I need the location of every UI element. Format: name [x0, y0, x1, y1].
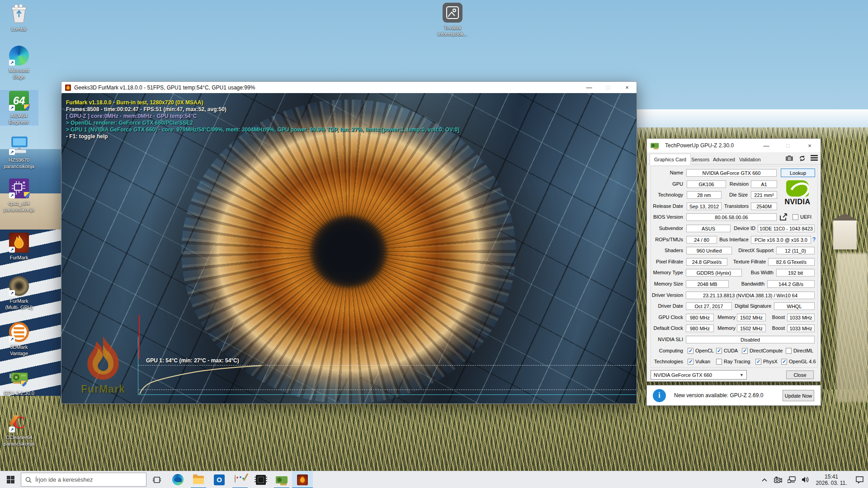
task-view-button[interactable] — [146, 471, 167, 488]
desktop-icon-edge[interactable]: ↗ MicrosoftEdge — [0, 45, 38, 80]
desktop-icon-cpuz[interactable]: ↗ cpuz_x64parancsikonja — [0, 178, 38, 213]
icon-label: További — [444, 25, 461, 30]
desktop-icon-ccleaner[interactable]: C ↗ CCleaner64parancsikonja — [0, 412, 38, 447]
taskbar-furmark-button[interactable] — [292, 471, 313, 488]
device-select-dropdown[interactable]: NVIDIA GeForce GTX 660 ▼ — [651, 370, 747, 380]
revision-label: Revision — [715, 181, 749, 187]
osd-line-gpuz: [ GPU-Z ] core:0MHz - mem:0MHz - GPU tem… — [66, 113, 459, 120]
driver-version-label: Driver Version — [649, 292, 683, 298]
row-subvendor: Subvendor ASUS Device ID 10DE 11C0 - 104… — [647, 225, 821, 232]
bios-version-label: BIOS Version — [649, 214, 683, 220]
tray-expand-button[interactable] — [758, 471, 771, 488]
maximize-button[interactable]: □ — [777, 139, 799, 152]
temperature-curve — [139, 363, 270, 395]
close-button[interactable]: × — [799, 139, 821, 152]
close-button[interactable]: × — [618, 82, 637, 93]
gpuz-window-title: TechPowerUp GPU-Z 2.30.0 — [665, 142, 734, 149]
action-center-icon — [856, 476, 863, 483]
row-default-clock: Default Clock 980 MHz Memory 1502 MHz Bo… — [647, 324, 821, 332]
memory-type-label: Memory Type — [649, 270, 683, 275]
digital-signature-label: Digital Signature — [728, 303, 771, 309]
row-computing: Computing ✓ OpenCL ✓ CUDA ✓ DirectComput… — [647, 347, 821, 355]
shortcut-arrow-icon: ↗ — [9, 105, 15, 111]
task-view-icon — [153, 476, 161, 484]
gpuz-titlebar[interactable]: TechPowerUp GPU-Z 2.30.0 — □ × — [647, 139, 821, 152]
desktop-icon-hzs9670[interactable]: ↗ HZS9670parancsikonja — [0, 135, 38, 169]
lookup-button[interactable]: Lookup — [781, 169, 815, 177]
memory-type-value: GDDR5 (Hynix) — [686, 269, 742, 277]
desktop-icon-aida64[interactable]: 64 ↗ AIDA64Engineer — [0, 90, 38, 125]
paint-icon — [235, 475, 246, 485]
shaders-value: 960 Unified — [686, 247, 732, 254]
update-now-button[interactable]: Update Now — [783, 390, 814, 401]
volume-button[interactable] — [798, 471, 812, 488]
gpu-temp-graph-label: GPU 1: 54°C (min: 27°C - max: 54°C) — [146, 357, 239, 364]
furmark-render-area: FurMark v1.18.0.0 - Burn-in test, 1280x7… — [61, 93, 637, 404]
bus-interface-help-icon[interactable]: ? — [812, 236, 816, 243]
taskbar-cpuz-button[interactable] — [250, 471, 271, 488]
physx-checkbox[interactable]: ✓ — [755, 359, 761, 365]
search-icon — [25, 477, 32, 483]
device-id-label: Device ID — [728, 225, 755, 231]
gpuz-app-icon — [651, 143, 659, 148]
cpuz-chip-icon — [256, 475, 266, 485]
bus-interface-label: Bus Interface — [716, 237, 749, 242]
boost-clock-value: 1033 MHz — [787, 314, 815, 321]
directcompute-label: DirectCompute — [750, 348, 783, 353]
opencl-checkbox[interactable]: ✓ — [688, 348, 693, 354]
network-button[interactable] — [785, 471, 798, 488]
default-boost-clock-value: 1033 MHz — [787, 324, 815, 332]
menu-icon[interactable] — [811, 155, 818, 161]
maximize-button[interactable]: □ — [599, 82, 618, 93]
opengl-checkbox[interactable]: ✓ — [781, 359, 787, 365]
row-driver-version: Driver Version 23.21.13.8813 (NVIDIA 388… — [647, 291, 821, 299]
osd-line-renderer: > OpenGL renderer: GeForce GTX 660/PCIe/… — [66, 120, 459, 127]
ray-tracing-checkbox[interactable] — [716, 359, 722, 365]
tab-validation[interactable]: Validation — [735, 154, 765, 164]
furmark-logo-text: FurMark — [67, 383, 139, 395]
bus-interface-value: PCIe x16 3.0 @ x16 3.0 — [751, 236, 811, 244]
desktop-icon-more-info[interactable]: Továbbiinformációk... — [431, 2, 474, 37]
taskbar-clock[interactable]: 15:41 2026. 03. 11. — [812, 474, 851, 486]
minimize-button[interactable]: — — [755, 139, 777, 152]
action-center-button[interactable] — [851, 471, 868, 488]
taskbar-search[interactable] — [21, 473, 146, 487]
system-tray: 15:41 2026. 03. 11. — [758, 471, 868, 488]
network-icon — [788, 476, 796, 483]
taskbar-outlook-button[interactable]: O — [209, 471, 230, 488]
directml-checkbox[interactable] — [786, 348, 792, 354]
furmark-titlebar[interactable]: Geeks3D FurMark v1.18.0.0 - 51FPS, GPU1 … — [61, 82, 637, 93]
3dmark-vantage-icon: ↗ — [9, 322, 29, 343]
furmark-logo: FurMark — [67, 334, 139, 395]
refresh-icon[interactable] — [799, 155, 806, 162]
subvendor-label: Subvendor — [649, 225, 683, 231]
taskbar-paint-button[interactable] — [230, 471, 250, 488]
desktop-icon-furmark[interactable]: ↗ FurMark — [0, 232, 38, 261]
nvidia-sli-value: Disabled — [686, 336, 815, 343]
row-technologies: Technologies ✓ Vulkan Ray Tracing ✓ Phys… — [647, 358, 821, 366]
edge-icon — [172, 474, 184, 485]
directcompute-checkbox[interactable]: ✓ — [742, 348, 748, 354]
tab-graphics-card[interactable]: Graphics Card — [650, 154, 691, 165]
memory-size-value: 2048 MB — [686, 280, 729, 288]
ray-tracing-label: Ray Tracing — [724, 359, 750, 364]
taskbar-gpuz-button[interactable] — [271, 471, 292, 488]
desktop-icon-recycle-bin[interactable]: Lomtár — [0, 4, 38, 32]
vulkan-checkbox[interactable]: ✓ — [688, 359, 693, 365]
desktop-icon-gpuz[interactable]: GPU-Z.2.30.0 — [0, 368, 38, 396]
minimize-button[interactable]: — — [580, 82, 599, 93]
row-name: Name NVIDIA GeForce GTX 660 Lookup — [647, 169, 821, 177]
start-button[interactable] — [0, 471, 21, 488]
search-input[interactable] — [35, 476, 130, 483]
taskbar-edge-button[interactable] — [167, 471, 188, 488]
meet-now-button[interactable] — [771, 471, 785, 488]
desktop-icon-furmark-multi[interactable]: ↗ FurMark(Multi- GPU) — [0, 276, 38, 310]
taskbar-explorer-button[interactable] — [188, 471, 209, 488]
close-dialog-button[interactable]: Close — [786, 371, 814, 379]
cuda-checkbox[interactable]: ✓ — [716, 348, 722, 354]
nvidia-logo: NVIDIA — [779, 180, 816, 219]
screenshot-camera-icon[interactable] — [785, 155, 793, 161]
camera-icon — [774, 477, 782, 483]
gpuz-card-icon — [276, 476, 288, 483]
desktop-icon-3dmark[interactable]: ↗ 3DMarkVantage — [0, 322, 38, 357]
